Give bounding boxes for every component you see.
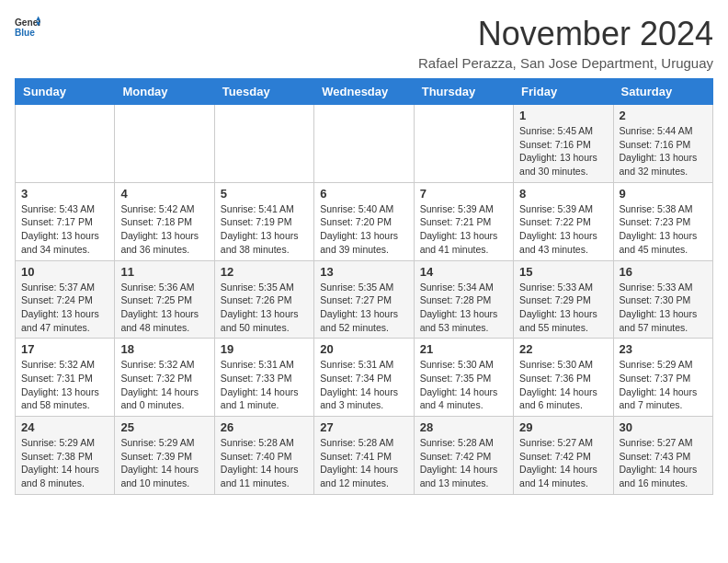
day-number: 26 <box>221 420 308 434</box>
calendar-cell: 24Sunrise: 5:29 AM Sunset: 7:38 PM Dayli… <box>16 417 115 495</box>
day-info: Sunrise: 5:34 AM Sunset: 7:28 PM Dayligh… <box>420 281 507 335</box>
calendar-cell: 28Sunrise: 5:28 AM Sunset: 7:42 PM Dayli… <box>414 417 513 495</box>
day-info: Sunrise: 5:31 AM Sunset: 7:33 PM Dayligh… <box>221 358 308 412</box>
calendar-week-5: 24Sunrise: 5:29 AM Sunset: 7:38 PM Dayli… <box>16 417 713 495</box>
calendar-cell: 4Sunrise: 5:42 AM Sunset: 7:18 PM Daylig… <box>115 182 214 260</box>
calendar-cell: 2Sunrise: 5:44 AM Sunset: 7:16 PM Daylig… <box>613 105 712 183</box>
calendar-cell: 26Sunrise: 5:28 AM Sunset: 7:40 PM Dayli… <box>214 417 313 495</box>
calendar-cell: 9Sunrise: 5:38 AM Sunset: 7:23 PM Daylig… <box>613 182 712 260</box>
day-info: Sunrise: 5:42 AM Sunset: 7:18 PM Dayligh… <box>120 202 208 257</box>
day-number: 14 <box>420 265 507 279</box>
day-info: Sunrise: 5:32 AM Sunset: 7:31 PM Dayligh… <box>21 358 108 412</box>
svg-text:General: General <box>15 17 40 28</box>
day-info: Sunrise: 5:39 AM Sunset: 7:21 PM Dayligh… <box>420 202 507 257</box>
day-info: Sunrise: 5:43 AM Sunset: 7:17 PM Dayligh… <box>21 202 108 257</box>
day-info: Sunrise: 5:31 AM Sunset: 7:34 PM Dayligh… <box>320 358 407 412</box>
day-info: Sunrise: 5:30 AM Sunset: 7:35 PM Dayligh… <box>420 358 507 412</box>
weekday-header-monday: Monday <box>115 79 214 105</box>
day-number: 29 <box>519 420 607 434</box>
calendar-week-4: 17Sunrise: 5:32 AM Sunset: 7:31 PM Dayli… <box>16 339 713 417</box>
calendar-cell <box>414 105 513 183</box>
weekday-header-friday: Friday <box>514 79 613 105</box>
weekday-header-sunday: Sunday <box>16 79 115 105</box>
calendar-week-1: 1Sunrise: 5:45 AM Sunset: 7:16 PM Daylig… <box>16 105 713 183</box>
day-number: 19 <box>221 342 308 356</box>
calendar-cell: 19Sunrise: 5:31 AM Sunset: 7:33 PM Dayli… <box>214 339 313 417</box>
calendar-cell: 13Sunrise: 5:35 AM Sunset: 7:27 PM Dayli… <box>314 260 414 339</box>
day-number: 21 <box>420 342 507 356</box>
weekday-header-thursday: Thursday <box>414 79 513 105</box>
calendar-cell: 21Sunrise: 5:30 AM Sunset: 7:35 PM Dayli… <box>414 339 513 417</box>
day-info: Sunrise: 5:45 AM Sunset: 7:16 PM Dayligh… <box>519 124 607 178</box>
weekday-header-wednesday: Wednesday <box>314 79 414 105</box>
calendar-cell: 1Sunrise: 5:45 AM Sunset: 7:16 PM Daylig… <box>514 105 613 183</box>
day-info: Sunrise: 5:30 AM Sunset: 7:36 PM Dayligh… <box>519 358 607 412</box>
day-number: 5 <box>221 187 308 201</box>
day-info: Sunrise: 5:27 AM Sunset: 7:42 PM Dayligh… <box>519 436 607 490</box>
calendar-cell: 29Sunrise: 5:27 AM Sunset: 7:42 PM Dayli… <box>514 417 613 495</box>
day-info: Sunrise: 5:35 AM Sunset: 7:27 PM Dayligh… <box>320 281 407 335</box>
calendar-cell: 25Sunrise: 5:29 AM Sunset: 7:39 PM Dayli… <box>115 417 214 495</box>
day-info: Sunrise: 5:28 AM Sunset: 7:42 PM Dayligh… <box>420 436 507 490</box>
day-info: Sunrise: 5:28 AM Sunset: 7:41 PM Dayligh… <box>320 436 407 490</box>
day-number: 23 <box>620 342 707 356</box>
calendar-cell: 16Sunrise: 5:33 AM Sunset: 7:30 PM Dayli… <box>613 260 712 339</box>
calendar-cell: 3Sunrise: 5:43 AM Sunset: 7:17 PM Daylig… <box>16 182 115 260</box>
day-info: Sunrise: 5:39 AM Sunset: 7:22 PM Dayligh… <box>519 202 607 257</box>
day-number: 15 <box>519 265 607 279</box>
calendar-cell: 15Sunrise: 5:33 AM Sunset: 7:29 PM Dayli… <box>514 260 613 339</box>
day-info: Sunrise: 5:37 AM Sunset: 7:24 PM Dayligh… <box>21 281 108 335</box>
day-info: Sunrise: 5:29 AM Sunset: 7:39 PM Dayligh… <box>120 436 208 490</box>
calendar-cell: 11Sunrise: 5:36 AM Sunset: 7:25 PM Dayli… <box>115 260 214 339</box>
day-number: 25 <box>120 420 208 434</box>
day-info: Sunrise: 5:40 AM Sunset: 7:20 PM Dayligh… <box>320 202 407 257</box>
day-number: 18 <box>120 342 208 356</box>
day-info: Sunrise: 5:35 AM Sunset: 7:26 PM Dayligh… <box>221 281 308 335</box>
day-number: 6 <box>320 187 407 201</box>
calendar-cell: 12Sunrise: 5:35 AM Sunset: 7:26 PM Dayli… <box>214 260 313 339</box>
day-info: Sunrise: 5:29 AM Sunset: 7:38 PM Dayligh… <box>21 436 108 490</box>
month-title: November 2024 <box>418 15 713 53</box>
weekday-header-saturday: Saturday <box>613 79 712 105</box>
calendar-cell: 17Sunrise: 5:32 AM Sunset: 7:31 PM Dayli… <box>16 339 115 417</box>
day-number: 7 <box>420 187 507 201</box>
day-number: 24 <box>21 420 108 434</box>
weekday-header-tuesday: Tuesday <box>214 79 313 105</box>
page-header: General Blue November 2024 Rafael Perazz… <box>15 15 713 71</box>
calendar-cell <box>314 105 414 183</box>
logo: General Blue <box>15 15 40 40</box>
calendar-cell: 20Sunrise: 5:31 AM Sunset: 7:34 PM Dayli… <box>314 339 414 417</box>
svg-text:Blue: Blue <box>15 28 35 38</box>
calendar-cell: 30Sunrise: 5:27 AM Sunset: 7:43 PM Dayli… <box>613 417 712 495</box>
calendar-cell: 5Sunrise: 5:41 AM Sunset: 7:19 PM Daylig… <box>214 182 313 260</box>
calendar-cell: 27Sunrise: 5:28 AM Sunset: 7:41 PM Dayli… <box>314 417 414 495</box>
calendar-table: SundayMondayTuesdayWednesdayThursdayFrid… <box>15 78 713 495</box>
day-number: 9 <box>620 187 707 201</box>
calendar-week-2: 3Sunrise: 5:43 AM Sunset: 7:17 PM Daylig… <box>16 182 713 260</box>
day-number: 12 <box>221 265 308 279</box>
title-block: November 2024 Rafael Perazza, San Jose D… <box>418 15 713 71</box>
calendar-cell <box>115 105 214 183</box>
calendar-cell <box>16 105 115 183</box>
calendar-cell: 14Sunrise: 5:34 AM Sunset: 7:28 PM Dayli… <box>414 260 513 339</box>
day-info: Sunrise: 5:32 AM Sunset: 7:32 PM Dayligh… <box>120 358 208 412</box>
day-number: 28 <box>420 420 507 434</box>
day-number: 30 <box>620 420 707 434</box>
calendar-cell: 23Sunrise: 5:29 AM Sunset: 7:37 PM Dayli… <box>613 339 712 417</box>
calendar-week-3: 10Sunrise: 5:37 AM Sunset: 7:24 PM Dayli… <box>16 260 713 339</box>
calendar-cell <box>214 105 313 183</box>
day-number: 8 <box>519 187 607 201</box>
calendar-cell: 22Sunrise: 5:30 AM Sunset: 7:36 PM Dayli… <box>514 339 613 417</box>
day-number: 2 <box>620 109 707 122</box>
day-info: Sunrise: 5:33 AM Sunset: 7:29 PM Dayligh… <box>519 281 607 335</box>
calendar-cell: 8Sunrise: 5:39 AM Sunset: 7:22 PM Daylig… <box>514 182 613 260</box>
day-info: Sunrise: 5:38 AM Sunset: 7:23 PM Dayligh… <box>620 202 707 257</box>
day-info: Sunrise: 5:41 AM Sunset: 7:19 PM Dayligh… <box>221 202 308 257</box>
day-info: Sunrise: 5:29 AM Sunset: 7:37 PM Dayligh… <box>620 358 707 412</box>
day-number: 11 <box>120 265 208 279</box>
calendar-cell: 10Sunrise: 5:37 AM Sunset: 7:24 PM Dayli… <box>16 260 115 339</box>
day-info: Sunrise: 5:36 AM Sunset: 7:25 PM Dayligh… <box>120 281 208 335</box>
day-number: 10 <box>21 265 108 279</box>
day-number: 16 <box>620 265 707 279</box>
location-subtitle: Rafael Perazza, San Jose Department, Uru… <box>418 55 713 71</box>
